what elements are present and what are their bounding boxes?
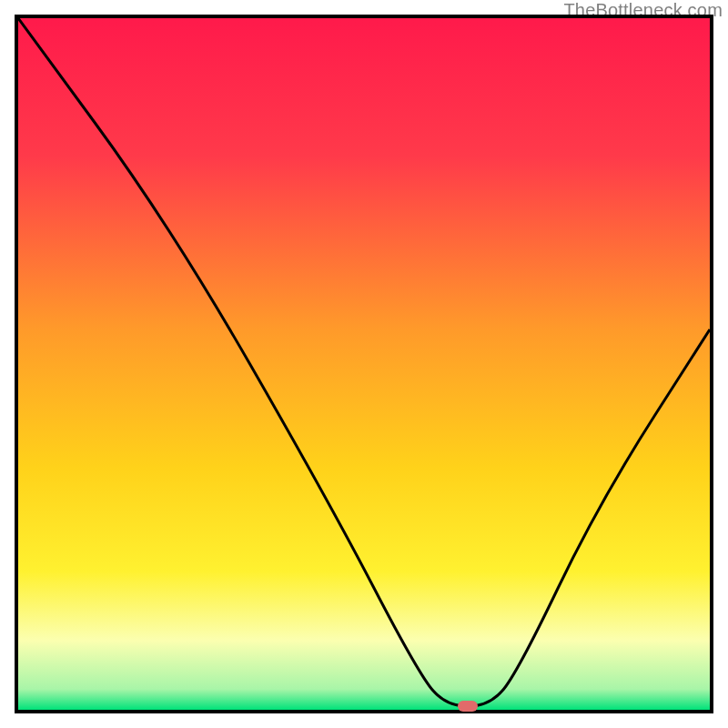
curve-path [18, 18, 710, 706]
bottleneck-curve [18, 18, 710, 710]
plot-area [15, 15, 713, 713]
chart-frame: TheBottleneck.com [0, 0, 728, 728]
optimal-marker-icon [458, 701, 478, 712]
